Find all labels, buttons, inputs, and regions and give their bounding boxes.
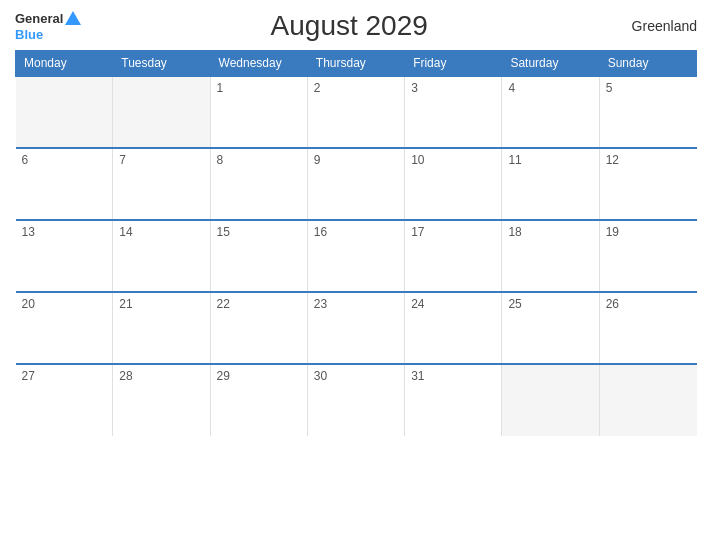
day-number: 24 [411,297,424,311]
day-number: 1 [217,81,224,95]
day-number: 9 [314,153,321,167]
col-thursday: Thursday [307,51,404,77]
calendar-cell: 9 [307,148,404,220]
day-number: 23 [314,297,327,311]
calendar-cell: 16 [307,220,404,292]
day-number: 20 [22,297,35,311]
day-number: 14 [119,225,132,239]
calendar-cell: 22 [210,292,307,364]
calendar-cell: 28 [113,364,210,436]
day-number: 19 [606,225,619,239]
calendar-cell: 25 [502,292,599,364]
logo-general-text: General [15,11,63,26]
calendar-cell: 21 [113,292,210,364]
day-number: 27 [22,369,35,383]
calendar-cell: 30 [307,364,404,436]
day-number: 13 [22,225,35,239]
calendar-table: Monday Tuesday Wednesday Thursday Friday… [15,50,697,436]
calendar-cell: 6 [16,148,113,220]
calendar-cell [113,76,210,148]
col-sunday: Sunday [599,51,696,77]
day-number: 15 [217,225,230,239]
logo-blue-text: Blue [15,27,43,42]
day-number: 31 [411,369,424,383]
calendar-cell: 7 [113,148,210,220]
calendar-cell: 13 [16,220,113,292]
calendar-cell: 14 [113,220,210,292]
calendar-cell: 18 [502,220,599,292]
calendar-cell: 26 [599,292,696,364]
col-saturday: Saturday [502,51,599,77]
day-number: 28 [119,369,132,383]
calendar-cell: 5 [599,76,696,148]
day-number: 3 [411,81,418,95]
day-number: 12 [606,153,619,167]
day-number: 10 [411,153,424,167]
page: General Blue August 2029 Greenland Monda… [0,0,712,550]
day-number: 17 [411,225,424,239]
calendar-cell: 31 [405,364,502,436]
day-number: 29 [217,369,230,383]
header: General Blue August 2029 Greenland [15,10,697,42]
calendar-cell: 27 [16,364,113,436]
calendar-cell [599,364,696,436]
col-friday: Friday [405,51,502,77]
day-number: 11 [508,153,521,167]
col-tuesday: Tuesday [113,51,210,77]
calendar-cell: 11 [502,148,599,220]
col-wednesday: Wednesday [210,51,307,77]
calendar-cell: 8 [210,148,307,220]
calendar-title: August 2029 [81,10,617,42]
day-number: 18 [508,225,521,239]
calendar-week-row: 20212223242526 [16,292,697,364]
calendar-cell: 10 [405,148,502,220]
day-number: 5 [606,81,613,95]
day-number: 25 [508,297,521,311]
day-number: 6 [22,153,29,167]
col-monday: Monday [16,51,113,77]
calendar-cell: 17 [405,220,502,292]
day-number: 8 [217,153,224,167]
calendar-week-row: 2728293031 [16,364,697,436]
calendar-cell: 12 [599,148,696,220]
logo-triangle-icon [65,11,81,25]
day-number: 21 [119,297,132,311]
calendar-cell: 2 [307,76,404,148]
day-number: 2 [314,81,321,95]
day-number: 26 [606,297,619,311]
calendar-cell: 1 [210,76,307,148]
day-number: 16 [314,225,327,239]
day-number: 4 [508,81,515,95]
region-label: Greenland [617,18,697,34]
day-number: 7 [119,153,126,167]
calendar-week-row: 13141516171819 [16,220,697,292]
calendar-cell [502,364,599,436]
day-number: 22 [217,297,230,311]
calendar-cell: 23 [307,292,404,364]
calendar-cell: 4 [502,76,599,148]
calendar-header-row: Monday Tuesday Wednesday Thursday Friday… [16,51,697,77]
calendar-cell: 29 [210,364,307,436]
calendar-week-row: 12345 [16,76,697,148]
logo: General Blue [15,11,81,42]
calendar-cell [16,76,113,148]
calendar-cell: 3 [405,76,502,148]
calendar-week-row: 6789101112 [16,148,697,220]
day-number: 30 [314,369,327,383]
calendar-cell: 19 [599,220,696,292]
calendar-cell: 15 [210,220,307,292]
calendar-cell: 24 [405,292,502,364]
calendar-cell: 20 [16,292,113,364]
